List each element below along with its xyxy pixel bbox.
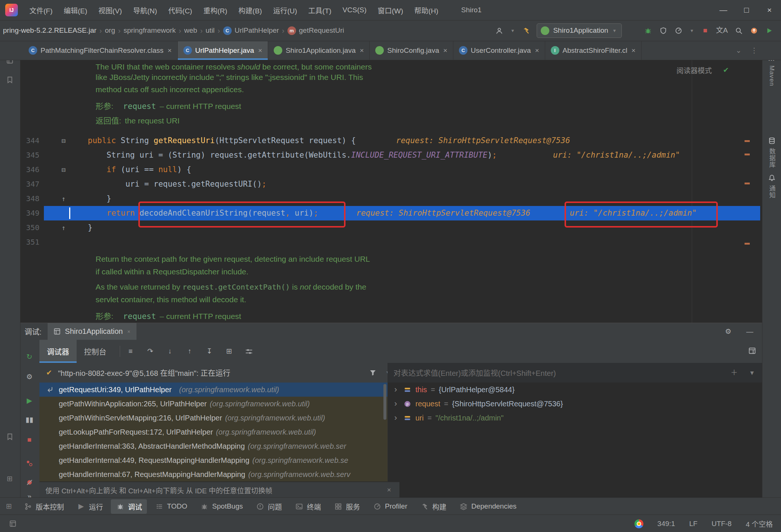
stack-frame[interactable]: getPathWithinApplication:265, UrlPathHel… bbox=[39, 397, 388, 411]
gear-icon[interactable]: ⚙ bbox=[724, 327, 733, 336]
chevron-right-icon[interactable]: › bbox=[392, 385, 399, 394]
rerun-icon[interactable]: ↻ bbox=[25, 352, 34, 361]
toolwindow-button[interactable]: 服务 bbox=[329, 499, 365, 514]
breadcrumb-item[interactable]: org bbox=[105, 26, 115, 35]
code-line[interactable]: 344⊟public String getRequestUri(HttpServ… bbox=[20, 133, 762, 148]
window-close-button[interactable]: × bbox=[758, 0, 781, 20]
step-out-icon[interactable]: ↑ bbox=[185, 347, 194, 356]
pause-icon[interactable]: ▮▮ bbox=[25, 415, 34, 424]
editor-tab[interactable]: ShiroConfig.java× bbox=[370, 41, 453, 60]
stripe-bookmarks-icon[interactable] bbox=[5, 75, 14, 84]
chevron-down-icon[interactable]: ▾ bbox=[748, 368, 756, 377]
step-into-icon[interactable]: ↓ bbox=[165, 347, 174, 356]
person-icon[interactable] bbox=[495, 26, 504, 35]
grid-icon[interactable]: ⊞ bbox=[225, 347, 234, 356]
stack-frame[interactable]: getHandlerInternal:449, RequestMappingHa… bbox=[39, 453, 388, 467]
editor-tab[interactable]: CUserController.java× bbox=[453, 41, 545, 60]
view-breakpoints-icon[interactable] bbox=[25, 459, 34, 468]
translate-icon[interactable]: 文A bbox=[716, 26, 728, 35]
fold-icon[interactable]: ↑ bbox=[60, 191, 68, 206]
code-line[interactable]: 345 String uri = (String) request.getAtt… bbox=[20, 148, 762, 162]
search-icon[interactable] bbox=[734, 26, 743, 35]
stripe-structure-icon[interactable]: ⊞ bbox=[5, 474, 14, 483]
code-line[interactable]: 350↑} bbox=[20, 220, 762, 235]
build-icon[interactable] bbox=[521, 26, 530, 35]
tab-options-icon[interactable]: ⋮ bbox=[750, 46, 759, 55]
caret-position[interactable]: 349:1 bbox=[658, 520, 675, 528]
breadcrumb-item[interactable]: pring-web-5.2.2.RELEASE.jar bbox=[3, 26, 96, 35]
menu-item[interactable]: 导航(N) bbox=[128, 0, 163, 20]
reader-mode-widget[interactable]: 阅读器模式 ✔ bbox=[676, 65, 730, 75]
breadcrumb-item[interactable]: CUrlPathHelper bbox=[223, 26, 279, 35]
breadcrumb-item[interactable]: springframework bbox=[123, 26, 176, 35]
code-line[interactable]: 347 uri = request.getRequestURI(); bbox=[20, 177, 762, 191]
menu-item[interactable]: 编辑(E) bbox=[58, 0, 93, 20]
profiler-icon[interactable] bbox=[674, 26, 683, 35]
evaluate-expression-bar[interactable]: 对表达式求值(Enter)或添加监视(Ctrl+Shift+Enter) ＋ ▾ bbox=[388, 363, 762, 383]
stack-frame[interactable]: getRequestUri:349, UrlPathHelper(org.spr… bbox=[39, 383, 388, 397]
breadcrumb-item[interactable]: web bbox=[184, 26, 197, 35]
code-line[interactable]: 348↑ } bbox=[20, 191, 762, 206]
run-config-selector[interactable]: Shiro1Application▾ bbox=[537, 23, 622, 38]
sliders-icon[interactable] bbox=[244, 347, 253, 356]
toolwindow-button[interactable]: 版本控制 bbox=[19, 499, 69, 514]
toolwindow-button[interactable]: 终端 bbox=[290, 499, 326, 514]
app-logo-icon[interactable]: IJ bbox=[5, 4, 18, 16]
mute-breakpoints-icon[interactable] bbox=[25, 478, 34, 487]
debug-settings-icon[interactable]: ⚙ bbox=[25, 373, 34, 381]
plugin-icon[interactable] bbox=[765, 26, 774, 35]
menu-item[interactable]: VCS(S) bbox=[337, 0, 372, 20]
menu-item[interactable]: 视图(V) bbox=[93, 0, 128, 20]
close-icon[interactable]: × bbox=[126, 327, 131, 336]
toolwindow-button[interactable]: Dependencies bbox=[454, 500, 521, 513]
stack-frame[interactable]: getHandlerInternal:363, AbstractHandlerM… bbox=[39, 439, 388, 453]
menu-item[interactable]: 构建(B) bbox=[233, 0, 267, 20]
editor[interactable]: 阅读器模式 ✔ The URI that the web container r… bbox=[20, 60, 762, 323]
resume-icon[interactable]: ▶ bbox=[25, 396, 34, 405]
chevron-down-icon[interactable]: ▾ bbox=[689, 26, 694, 35]
update-icon[interactable] bbox=[749, 26, 758, 35]
chevron-right-icon[interactable]: › bbox=[392, 413, 399, 423]
run-icon[interactable] bbox=[628, 26, 637, 35]
stop-icon[interactable]: ■ bbox=[701, 26, 710, 35]
file-encoding[interactable]: UTF-8 bbox=[711, 520, 732, 528]
code-line[interactable]: 351 bbox=[20, 235, 762, 249]
menu-item[interactable]: 文件(F) bbox=[24, 0, 58, 20]
hamburger-icon[interactable]: ≡ bbox=[126, 347, 135, 356]
thread-selector[interactable]: ✔ "http-nio-8082-exec-9"@5,168 在组"main":… bbox=[39, 363, 398, 383]
close-icon[interactable]: × bbox=[385, 486, 393, 494]
menu-item[interactable]: 工具(T) bbox=[303, 0, 337, 20]
fold-icon[interactable]: ↑ bbox=[60, 220, 68, 235]
toolwindow-switcher-icon[interactable]: ⊞ bbox=[4, 502, 13, 511]
toolwindow-button[interactable]: ▶运行 bbox=[72, 499, 108, 514]
variable-row[interactable]: ›this={UrlPathHelper@5844} bbox=[388, 383, 762, 397]
stripe-favorites-icon[interactable] bbox=[5, 432, 14, 441]
stack-frame[interactable]: getLookupPathForRequest:172, UrlPathHelp… bbox=[39, 425, 388, 439]
stack-frame[interactable]: getHandlerInternal:67, RequestMappingHan… bbox=[39, 467, 388, 481]
menu-item[interactable]: 代码(C) bbox=[163, 0, 197, 20]
add-watch-icon[interactable]: ＋ bbox=[730, 368, 739, 377]
line-ending[interactable]: LF bbox=[689, 520, 697, 528]
tabs-list-icon[interactable]: ⌄ bbox=[734, 46, 743, 55]
toolwindow-button[interactable]: SpotBugs bbox=[195, 500, 248, 513]
variable-row[interactable]: ›prequest={ShiroHttpServletRequest@7536} bbox=[388, 397, 762, 411]
menu-item[interactable]: 帮助(H) bbox=[409, 0, 444, 20]
menu-item[interactable]: 窗口(W) bbox=[372, 0, 409, 20]
chrome-icon[interactable] bbox=[634, 519, 643, 528]
statusbar-window-icon[interactable] bbox=[8, 519, 17, 528]
hide-panel-icon[interactable]: — bbox=[745, 327, 754, 336]
window-minimize-button[interactable]: — bbox=[712, 0, 735, 20]
toolwindow-button[interactable]: TODO bbox=[150, 500, 192, 513]
chevron-down-icon[interactable]: ▾ bbox=[510, 26, 515, 35]
editor-tab[interactable]: Shiro1Application.java× bbox=[268, 41, 370, 60]
editor-tab[interactable]: CUrlPathHelper.java× bbox=[178, 41, 269, 60]
toolwindow-button[interactable]: 问题 bbox=[251, 499, 287, 514]
chevron-right-icon[interactable]: › bbox=[392, 399, 399, 409]
close-icon[interactable]: × bbox=[360, 46, 364, 55]
close-icon[interactable]: × bbox=[631, 46, 636, 55]
menu-item[interactable]: 运行(U) bbox=[267, 0, 302, 20]
close-icon[interactable]: × bbox=[258, 46, 262, 55]
inspections-ok-icon[interactable]: ✔ bbox=[721, 66, 730, 75]
breadcrumb-item[interactable]: mgetRequestUri bbox=[287, 26, 344, 35]
close-icon[interactable]: × bbox=[168, 46, 172, 55]
